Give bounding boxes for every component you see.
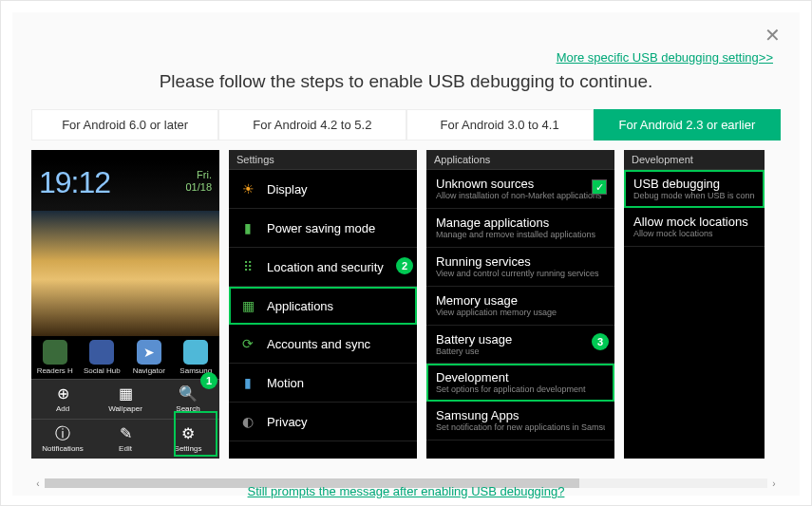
dock-social: Social Hub <box>79 336 126 379</box>
setting-privacy: ◐Privacy <box>229 403 417 441</box>
screenshot-settings: Settings ☀Display ▮Power saving mode ⠿Lo… <box>229 150 417 459</box>
menu-settings: ⚙Settings <box>157 420 219 459</box>
check-icon: ✓ <box>592 179 607 195</box>
menu-add: ⊕Add <box>31 380 94 419</box>
setting-accounts: ⟳Accounts and sync <box>229 325 417 364</box>
privacy-icon: ◐ <box>238 412 257 431</box>
tab-android-6[interactable]: For Android 6.0 or later <box>31 109 218 141</box>
motion-icon: ▮ <box>238 373 257 392</box>
screenshot-development: Development USB debuggingDebug mode when… <box>624 150 765 459</box>
applications-header: Applications <box>426 150 614 170</box>
dialog-window: ✕ More specific USB debugging setting>> … <box>0 0 812 506</box>
sun-icon: ☀ <box>238 179 257 198</box>
settings-header: Settings <box>229 150 417 170</box>
menu-row-1: ⊕Add ▦Wallpaper 🔍Search 1 <box>31 379 219 419</box>
app-development: DevelopmentSet options for application d… <box>426 364 614 402</box>
wallpaper-icon: ▦ <box>96 385 155 403</box>
setting-display: ☀Display <box>229 170 417 209</box>
app-memory: Memory usageView application memory usag… <box>426 287 614 326</box>
screenshot-gallery[interactable]: 19:12 Fri.01/18 Readers H Social Hub ➤Na… <box>31 150 781 459</box>
setting-motion: ▮Motion <box>229 364 417 403</box>
more-settings-link[interactable]: More specific USB debugging setting>> <box>557 50 773 65</box>
bottom-help-link-wrap: Still prompts the message after enabling… <box>12 482 800 499</box>
step-badge-3: 3 <box>592 333 609 350</box>
dock-readers: Readers H <box>31 336 79 379</box>
android-version-tabs: For Android 6.0 or later For Android 4.2… <box>31 109 781 141</box>
clock-widget: 19:12 Fri.01/18 <box>31 161 219 211</box>
plus-icon: ⊕ <box>33 385 92 403</box>
screenshot-home: 19:12 Fri.01/18 Readers H Social Hub ➤Na… <box>31 150 219 459</box>
wallpaper <box>31 211 219 336</box>
menu-notifications: ⓘNotifications <box>31 420 94 459</box>
dev-usb-debugging: USB debuggingDebug mode when USB is conn… <box>624 170 765 208</box>
status-bar <box>31 150 219 161</box>
grid-icon: ⠿ <box>238 257 257 276</box>
dock-row: Readers H Social Hub ➤Navigator Samsung <box>31 336 219 379</box>
menu-edit: ✎Edit <box>94 420 157 459</box>
tab-android-2-3[interactable]: For Android 2.3 or earlier <box>594 109 781 141</box>
step-badge-1: 1 <box>200 372 217 389</box>
dev-mock-locations: Allow mock locationsAllow mock locations <box>624 208 765 247</box>
setting-applications: ▦Applications <box>229 287 417 325</box>
app-unknown-sources: Unknown sourcesAllow installation of non… <box>426 170 614 209</box>
setting-location: ⠿Location and security2 <box>229 248 417 287</box>
menu-row-2: ⓘNotifications ✎Edit ⚙Settings <box>31 419 219 459</box>
app-samsung: Samsung AppsSet notification for new app… <box>426 402 614 440</box>
app-battery: Battery usageBattery use3 <box>426 326 614 365</box>
step-badge-2: 2 <box>396 257 413 274</box>
still-prompts-link[interactable]: Still prompts the message after enabling… <box>248 484 565 498</box>
info-icon: ⓘ <box>33 425 92 442</box>
dock-navigator: ➤Navigator <box>125 336 173 379</box>
sync-icon: ⟳ <box>238 334 257 353</box>
app-running: Running servicesView and control current… <box>426 248 614 287</box>
apps-icon: ▦ <box>238 296 257 315</box>
clock-date: Fri.01/18 <box>185 169 212 194</box>
tab-android-3[interactable]: For Android 3.0 to 4.1 <box>406 109 594 141</box>
screenshot-applications: Applications Unknown sourcesAllow instal… <box>426 150 614 459</box>
dialog-inner: ✕ More specific USB debugging setting>> … <box>12 12 800 496</box>
setting-power: ▮Power saving mode <box>229 209 417 248</box>
battery-icon: ▮ <box>238 218 257 237</box>
tab-android-4-2[interactable]: For Android 4.2 to 5.2 <box>218 109 406 141</box>
pencil-icon: ✎ <box>96 425 155 442</box>
app-manage: Manage applicationsManage and remove ins… <box>426 209 614 248</box>
gear-icon: ⚙ <box>159 425 217 442</box>
menu-wallpaper: ▦Wallpaper <box>94 380 157 419</box>
close-button[interactable]: ✕ <box>765 24 781 47</box>
development-header: Development <box>624 150 765 170</box>
